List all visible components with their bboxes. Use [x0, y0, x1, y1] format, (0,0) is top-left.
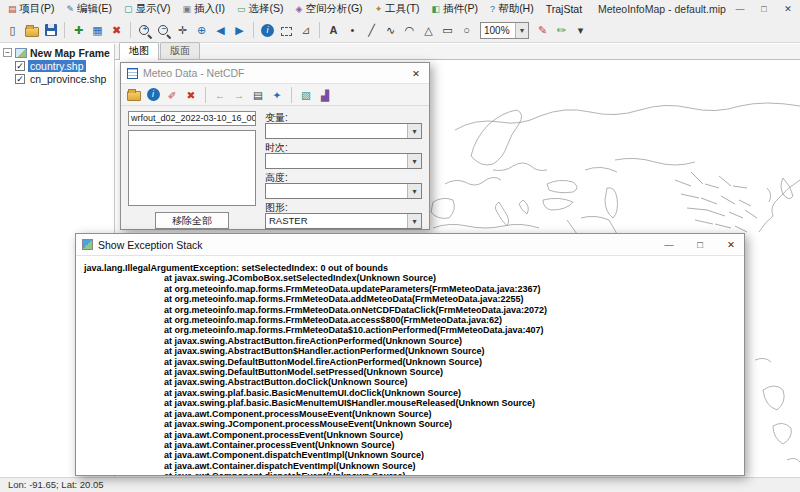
remove-layer-icon[interactable]: ✖ — [108, 22, 125, 39]
app-window: ▤ 项目(P) ✎ 编辑(E) ▢ 显示(V) ▣ 插入(I) ▭ 选择(S) … — [0, 0, 800, 492]
chart-icon[interactable]: ▟ — [317, 87, 333, 103]
province-borders — [675, 172, 757, 232]
layer-row-cn-province[interactable]: ✓ cn_province.shp — [0, 72, 114, 85]
menu-plugin[interactable]: ◧ 插件(P) — [426, 0, 485, 18]
overflow-dropdown-icon[interactable]: ▾ — [572, 22, 589, 39]
layer-name[interactable]: country.shp — [28, 60, 86, 72]
prev-extent-icon[interactable]: ◀ — [212, 22, 229, 39]
layer-row-country[interactable]: ✓ country.shp — [0, 59, 114, 72]
menu-edit[interactable]: ✎ 编辑(E) — [61, 0, 119, 18]
exception-maximize-button[interactable]: □ — [687, 234, 713, 255]
prev-time-icon[interactable]: ← — [212, 87, 228, 103]
open-project-icon[interactable] — [23, 22, 40, 39]
stack-line: at javax.swing.plaf.basic.BasicMenuItemU… — [84, 388, 744, 398]
chevron-down-icon[interactable]: ▾ — [407, 184, 421, 198]
menu-insert[interactable]: ▣ 插入(I) — [177, 0, 231, 18]
next-time-icon[interactable]: → — [231, 87, 247, 103]
exception-minimize-button[interactable]: — — [656, 234, 682, 255]
stack-line: at java.awt.Component.processEvent(Unkno… — [84, 430, 744, 440]
close-button[interactable]: ✕ — [776, 0, 800, 18]
stack-line: at javax.swing.AbstractButton.fireAction… — [84, 336, 744, 346]
pan-icon[interactable]: ✛ — [174, 22, 191, 39]
collapse-icon[interactable]: − — [3, 48, 12, 57]
toolbar-separator — [205, 87, 206, 103]
identify-icon[interactable]: i — [259, 22, 276, 39]
chevron-down-icon[interactable]: ▾ — [407, 154, 421, 168]
select-feature-icon[interactable] — [278, 22, 295, 39]
stack-line: at org.meteoinfo.map.forms.FrmMeteoData.… — [84, 284, 744, 294]
image-icon[interactable]: ▧ — [298, 87, 314, 103]
vertex-icon[interactable]: ✏ — [553, 22, 570, 39]
full-extent-icon[interactable]: ⊕ — [193, 22, 210, 39]
tree-root-map-frame[interactable]: − New Map Frame — [0, 46, 114, 59]
tools-menu-icon: ✦ — [375, 5, 383, 14]
level-combo[interactable]: ▾ — [265, 183, 422, 199]
tab-layout[interactable]: 版面 — [160, 42, 200, 59]
stack-line: at org.meteoinfo.map.forms.FrmMeteoData$… — [84, 325, 744, 335]
new-project-icon[interactable]: ▯ — [4, 22, 21, 39]
stack-trace-area[interactable]: java.lang.IllegalArgumentException: setS… — [76, 256, 744, 475]
curve-icon[interactable]: ∿ — [382, 22, 399, 39]
measure-icon[interactable]: ⊿ — [297, 22, 314, 39]
stack-line: at org.meteoinfo.map.forms.FrmMeteoData.… — [84, 315, 744, 325]
open-data-icon[interactable] — [126, 87, 142, 103]
dimension-panel: 变量: ▾ 时次: ▾ 高度: ▾ 图形: RASTER ▾ — [265, 111, 422, 230]
settings-icon[interactable]: ✦ — [269, 87, 285, 103]
menu-tools-label: 工具(T) — [385, 2, 419, 16]
zoom-level-value: 100% — [481, 23, 515, 38]
menu-tools[interactable]: ✦ 工具(T) — [369, 0, 426, 18]
maximize-button[interactable]: □ — [752, 0, 776, 18]
exception-dialog-icon — [82, 239, 93, 250]
pen-icon[interactable]: ✎ — [534, 22, 551, 39]
chevron-down-icon[interactable]: ▾ — [407, 124, 421, 138]
zoom-in-icon[interactable]: + — [136, 22, 153, 39]
meteo-dialog-body: wrfout_d02_2022-03-10_16_00_00 移除全部 变量: … — [121, 106, 429, 230]
menu-geoprocessing[interactable]: ◈ 空间分析(G) — [290, 0, 369, 18]
variable-combo[interactable]: ▾ — [265, 123, 422, 139]
arc-icon[interactable]: ◠ — [401, 22, 418, 39]
exception-dialog: Show Exception Stack — □ ✕ java.lang.Ill… — [75, 233, 745, 476]
label-icon[interactable]: A — [325, 22, 342, 39]
menu-view[interactable]: ▢ 显示(V) — [118, 0, 177, 18]
circle-icon[interactable]: ○ — [458, 22, 475, 39]
stack-line: at org.meteoinfo.map.forms.FrmMeteoData.… — [84, 294, 744, 304]
chevron-down-icon[interactable]: ▾ — [407, 214, 421, 228]
exception-close-button[interactable]: ✕ — [718, 234, 744, 255]
zoom-out-icon[interactable]: − — [155, 22, 172, 39]
dimension-set-icon[interactable]: ▤ — [250, 87, 266, 103]
layer-checkbox[interactable]: ✓ — [15, 61, 25, 71]
menu-project[interactable]: ▤ 项目(P) — [2, 0, 61, 18]
graphic-label: 图形: — [265, 201, 422, 213]
exception-dialog-title: Show Exception Stack — [98, 239, 651, 251]
save-project-icon[interactable] — [42, 22, 59, 39]
next-extent-icon[interactable]: ▶ — [231, 22, 248, 39]
chevron-down-icon[interactable]: ▾ — [515, 23, 528, 38]
rect-icon[interactable]: ▭ — [439, 22, 456, 39]
remove-data-icon[interactable]: ✖ — [183, 87, 199, 103]
stack-line: at javax.swing.AbstractButton.doClick(Un… — [84, 377, 744, 387]
minimize-button[interactable]: — — [728, 0, 752, 18]
data-file-listbox[interactable] — [128, 130, 256, 206]
point-icon[interactable]: • — [344, 22, 361, 39]
polygon-icon[interactable]: △ — [420, 22, 437, 39]
add-layer-icon[interactable]: ✚ — [70, 22, 87, 39]
line-icon[interactable]: ╱ — [363, 22, 380, 39]
data-info-icon[interactable]: i — [145, 87, 161, 103]
plus-glyph: + — [141, 25, 149, 33]
menu-trajstat[interactable]: TrajStat — [540, 0, 588, 18]
meteo-dialog-close-button[interactable]: ✕ — [403, 63, 429, 84]
edit-menu-icon: ✎ — [67, 5, 75, 14]
time-combo[interactable]: ▾ — [265, 153, 422, 169]
graphic-combo[interactable]: RASTER ▾ — [265, 213, 422, 229]
tab-map[interactable]: 地图 — [119, 42, 159, 60]
menu-help[interactable]: ? 帮助(H) — [484, 0, 540, 18]
draw-setting-icon[interactable]: ✐ — [164, 87, 180, 103]
layer-checkbox[interactable]: ✓ — [15, 74, 25, 84]
remove-all-button[interactable]: 移除全部 — [155, 212, 229, 229]
menu-selection[interactable]: ▭ 选择(S) — [231, 0, 290, 18]
meteo-data-icon[interactable]: ▦ — [89, 22, 106, 39]
data-file-selected[interactable]: wrfout_d02_2022-03-10_16_00_00 — [128, 111, 256, 126]
toolbar-separator — [319, 22, 320, 38]
layer-name[interactable]: cn_province.shp — [28, 73, 108, 85]
zoom-level-combo[interactable]: 100% ▾ — [480, 22, 529, 39]
